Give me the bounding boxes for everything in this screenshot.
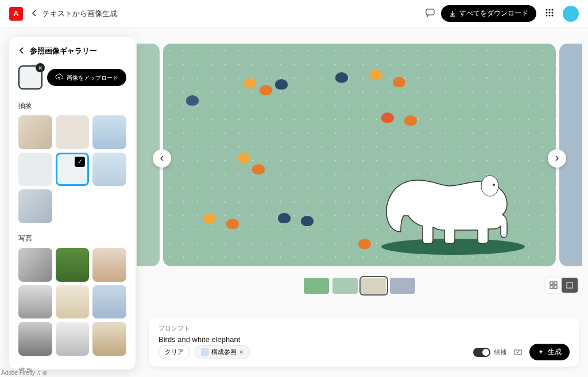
candidates-toggle[interactable] [473,348,490,357]
gallery-thumb[interactable] [56,115,90,149]
gallery-thumb-selected[interactable]: ✓ [56,153,90,186]
gallery-thumb[interactable] [18,322,52,356]
svg-point-4 [546,11,548,13]
remove-reference-button[interactable]: ✕ [36,63,45,72]
gallery-thumb[interactable] [92,285,126,319]
section-photo-label: 写真 [18,234,126,243]
page-title: テキストから画像生成 [42,9,117,19]
svg-point-6 [552,11,554,13]
svg-rect-15 [554,286,557,289]
svg-rect-12 [550,282,553,285]
aspect-ratio-button[interactable] [511,345,525,359]
main-area: 参照画像ギャラリー ✕ 画像をアップロード 抽象 ✓ 写真 [0,28,588,377]
svg-point-11 [493,184,495,186]
sparkle-icon [537,349,544,356]
chevron-left-icon [18,47,25,54]
abstract-grid: ✓ [18,115,126,223]
header: A テキストから画像生成 すべてをダウンロード [0,0,588,28]
adobe-logo: A [9,7,23,21]
chevron-left-icon [31,10,38,17]
svg-point-2 [549,9,551,10]
elephant-illustration [384,157,521,249]
chevron-left-icon [159,156,165,161]
remove-chip-button[interactable]: ✕ [239,349,243,355]
reference-chip-thumb [201,348,209,356]
download-all-label: すべてをダウンロード [459,9,528,18]
selected-reference-thumb[interactable]: ✕ [18,65,42,90]
grid-icon [550,281,558,289]
prompt-bar: プロンプト Birds and white elephant クリア 構成参照 … [149,317,579,367]
section-abstract-label: 抽象 [18,101,126,111]
panel-back-button[interactable] [18,46,25,56]
footer-text: Adobe Firefly ♫ ⊚ [1,370,47,376]
back-button[interactable] [31,9,38,19]
chevron-right-icon [554,156,560,161]
svg-point-5 [549,11,551,13]
gallery-thumb[interactable] [18,285,52,319]
gallery-thumb[interactable] [56,248,90,282]
variant-thumb[interactable] [390,278,415,294]
prev-image-button[interactable] [153,149,171,168]
generate-label: 生成 [548,347,562,357]
generate-button[interactable]: 生成 [529,344,570,360]
grid-icon [544,7,555,18]
feedback-button[interactable] [425,7,435,20]
view-mode-toggle [544,277,579,294]
reference-gallery-panel: 参照画像ギャラリー ✕ 画像をアップロード 抽象 ✓ 写真 [9,37,136,370]
svg-rect-14 [550,286,553,289]
svg-rect-0 [426,9,434,15]
download-all-button[interactable]: すべてをダウンロード [441,5,536,22]
cloud-upload-icon [55,73,63,81]
variant-thumb-selected[interactable] [361,278,386,294]
variant-thumb[interactable] [332,278,358,294]
next-image-button[interactable] [548,149,566,168]
gallery-thumb[interactable] [18,248,52,282]
avatar[interactable] [563,6,579,22]
svg-point-7 [546,14,548,16]
variant-thumb[interactable] [304,278,329,294]
prompt-text[interactable]: Birds and white elephant [158,335,570,344]
svg-point-1 [546,9,548,10]
apps-button[interactable] [544,7,555,20]
svg-point-8 [549,14,551,16]
gallery-thumb[interactable] [18,189,52,223]
svg-point-3 [552,9,554,10]
generated-image[interactable] [163,44,556,266]
gallery-thumb[interactable] [92,248,126,282]
photo-grid [18,248,126,356]
gallery-thumb[interactable] [18,115,52,149]
svg-rect-16 [567,282,572,288]
gallery-thumb[interactable] [92,322,126,356]
reference-chip[interactable]: 構成参照 ✕ [195,345,250,359]
clear-button[interactable]: クリア [158,345,190,359]
check-icon: ✓ [75,157,85,167]
section-lineart-label: 線画 [18,366,126,370]
gallery-thumb[interactable] [92,115,126,149]
panel-title: 参照画像ギャラリー [30,46,97,56]
svg-point-9 [552,14,554,16]
grid-view-button[interactable] [546,278,562,293]
aspect-icon [513,348,523,357]
gallery-thumb[interactable] [92,153,126,186]
gallery-thumb[interactable] [56,322,90,356]
upload-label: 画像をアップロード [67,74,118,81]
square-icon [566,281,574,289]
chat-icon [425,7,435,18]
prompt-label: プロンプト [158,324,570,333]
canvas-area [140,44,579,308]
gallery-thumb[interactable] [18,153,52,186]
gallery-thumb[interactable] [56,285,90,319]
download-icon [449,10,456,17]
candidates-label: 候補 [494,348,506,356]
svg-rect-13 [554,282,557,285]
single-view-button[interactable] [562,278,578,293]
upload-image-button[interactable]: 画像をアップロード [47,69,126,86]
svg-point-10 [481,176,498,196]
variant-thumbnails [304,278,415,294]
